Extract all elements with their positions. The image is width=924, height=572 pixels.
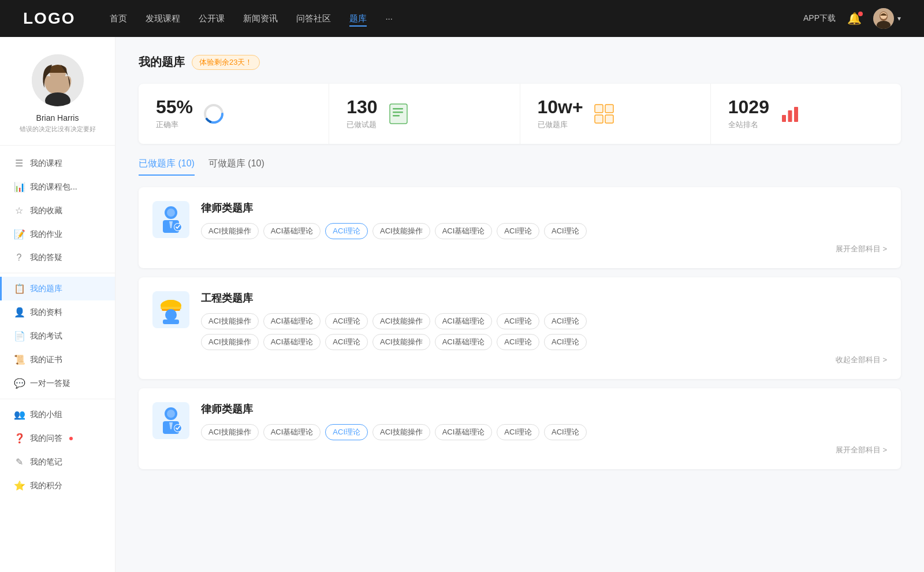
sidebar-item-notes[interactable]: ✎ 我的笔记 (0, 450, 115, 474)
tag[interactable]: ACI技能操作 (201, 313, 259, 329)
qbank-card-lawyer-2: 律师类题库 ACI技能操作 ACI基础理论 ACI理论 ACI技能操作 ACI基… (139, 388, 901, 469)
logo[interactable]: LOGO (23, 9, 75, 28)
qbank-engineer-icon (152, 291, 189, 328)
tag-active[interactable]: ACI理论 (325, 223, 368, 239)
sidebar-item-groups[interactable]: 👥 我的小组 (0, 403, 115, 426)
tag[interactable]: ACI理论 (544, 223, 587, 239)
svg-rect-31 (161, 307, 181, 309)
svg-rect-17 (605, 115, 613, 123)
app-download-btn[interactable]: APP下载 (803, 13, 836, 24)
tag[interactable]: ACI理论 (325, 334, 368, 350)
expand-btn-3[interactable]: 展开全部科目 > (201, 445, 887, 455)
expand-btn-1[interactable]: 展开全部科目 > (201, 244, 887, 254)
profile-avatar (32, 54, 84, 106)
svg-rect-10 (390, 104, 407, 124)
tag[interactable]: ACI理论 (497, 313, 539, 329)
nav-item-qa[interactable]: 问答社区 (296, 13, 331, 24)
sidebar-item-my-qa[interactable]: ? 我的答疑 (0, 246, 115, 269)
tag[interactable]: ACI技能操作 (372, 313, 430, 329)
tag[interactable]: ACI技能操作 (372, 223, 430, 239)
svg-point-35 (167, 410, 175, 418)
list-doc-icon (387, 102, 410, 125)
profile-icon: 👤 (14, 307, 24, 318)
qbank-card-lawyer-1: 律师类题库 ACI技能操作 ACI基础理论 ACI理论 ACI技能操作 ACI基… (139, 187, 901, 268)
tag[interactable]: ACI理论 (544, 334, 587, 350)
expand-btn-2[interactable]: 收起全部科目 > (201, 355, 887, 365)
nav-item-discover[interactable]: 发现课程 (146, 13, 180, 24)
bar-chart-icon (778, 102, 802, 125)
tab-available[interactable]: 可做题库 (10) (208, 158, 264, 176)
tag[interactable]: ACI理论 (544, 424, 587, 440)
tags-row-3: ACI技能操作 ACI基础理论 ACI理论 ACI技能操作 ACI基础理论 AC… (201, 424, 887, 440)
star-icon: ☆ (14, 205, 24, 216)
stat-accuracy-value: 55% (156, 98, 193, 116)
tag[interactable]: ACI基础理论 (263, 223, 321, 239)
tag-active[interactable]: ACI理论 (325, 424, 368, 440)
tag[interactable]: ACI理论 (497, 223, 539, 239)
sidebar-item-qbank[interactable]: 📋 我的题库 (0, 277, 115, 300)
tag[interactable]: ACI基础理论 (263, 313, 321, 329)
tag[interactable]: ACI技能操作 (201, 334, 259, 350)
nav-item-home[interactable]: 首页 (110, 13, 127, 24)
my-courses-icon: ☰ (14, 158, 24, 169)
tag[interactable]: ACI技能操作 (372, 334, 430, 350)
stat-banks-value: 10w+ (538, 98, 583, 116)
stat-rank-label: 全站排名 (728, 120, 769, 130)
tab-done[interactable]: 已做题库 (10) (139, 158, 195, 176)
sidebar-item-exam[interactable]: 📄 我的考试 (0, 324, 115, 348)
sidebar-item-tutoring[interactable]: 💬 一对一答疑 (0, 372, 115, 395)
tag[interactable]: ACI基础理论 (435, 313, 493, 329)
chevron-down-icon: ▾ (897, 14, 901, 23)
stats-row: 55% 正确率 130 已做试题 (139, 84, 901, 144)
notes-icon: ✎ (14, 456, 24, 467)
sidebar-item-my-courses[interactable]: ☰ 我的课程 (0, 151, 115, 175)
tag[interactable]: ACI基础理论 (435, 334, 493, 350)
notification-dot (69, 437, 73, 440)
sidebar-item-favorites[interactable]: ☆ 我的收藏 (0, 199, 115, 222)
user-avatar-menu[interactable]: ▾ (873, 8, 901, 29)
svg-rect-32 (164, 300, 178, 307)
sidebar-item-homework[interactable]: 📝 我的作业 (0, 222, 115, 246)
course-package-icon: 📊 (14, 181, 24, 192)
stat-banks-label: 已做题库 (538, 120, 583, 130)
tag[interactable]: ACI技能操作 (201, 424, 259, 440)
sidebar-item-points[interactable]: ⭐ 我的积分 (0, 474, 115, 497)
tag[interactable]: ACI基础理论 (435, 223, 493, 239)
svg-rect-15 (605, 105, 613, 113)
sidebar-item-questions[interactable]: ❓ 我的问答 (0, 426, 115, 450)
nav-menu: 首页 发现课程 公开课 新闻资讯 问答社区 题库 ··· (110, 13, 803, 24)
sidebar-divider-1 (0, 273, 115, 273)
page-title: 我的题库 (139, 54, 185, 70)
stat-accuracy: 55% 正确率 (139, 84, 329, 144)
tags-row-1: ACI技能操作 ACI基础理论 ACI理论 ACI技能操作 ACI基础理论 AC… (201, 223, 887, 239)
nav-item-more[interactable]: ··· (385, 13, 393, 24)
tags-row-2a: ACI技能操作 ACI基础理论 ACI理论 ACI技能操作 ACI基础理论 AC… (201, 313, 887, 329)
tag[interactable]: ACI技能操作 (201, 223, 259, 239)
notification-bell[interactable]: 🔔 (847, 12, 862, 25)
stat-ranking: 1029 全站排名 (711, 84, 901, 144)
nav-item-qbank[interactable]: 题库 (349, 13, 367, 24)
tag[interactable]: ACI理论 (325, 313, 368, 329)
tag[interactable]: ACI理论 (544, 313, 587, 329)
svg-rect-13 (393, 115, 400, 117)
svg-rect-16 (595, 115, 603, 123)
sidebar-item-course-package[interactable]: 📊 我的课程包... (0, 175, 115, 199)
avatar (873, 8, 894, 29)
tag[interactable]: ACI理论 (497, 334, 539, 350)
tag[interactable]: ACI基础理论 (263, 424, 321, 440)
nav-item-open-course[interactable]: 公开课 (199, 13, 225, 24)
tag[interactable]: ACI基础理论 (263, 334, 321, 350)
tag[interactable]: ACI技能操作 (372, 424, 430, 440)
exam-icon: 📄 (14, 330, 24, 341)
qbank-card-engineer: 工程类题库 ACI技能操作 ACI基础理论 ACI理论 ACI技能操作 ACI基… (139, 277, 901, 379)
questions-icon: ❓ (14, 433, 24, 444)
qbank-title-1: 律师类题库 (201, 201, 887, 215)
tag[interactable]: ACI基础理论 (435, 424, 493, 440)
sidebar-item-certificate[interactable]: 📜 我的证书 (0, 348, 115, 372)
nav-item-news[interactable]: 新闻资讯 (243, 13, 278, 24)
sidebar-item-profile[interactable]: 👤 我的资料 (0, 300, 115, 324)
tag[interactable]: ACI理论 (497, 424, 539, 440)
navbar-right: APP下载 🔔 ▾ (803, 8, 901, 29)
main-layout: Brian Harris 错误的决定比没有决定要好 ☰ 我的课程 📊 我的课程包… (0, 37, 924, 572)
svg-point-23 (167, 209, 175, 217)
